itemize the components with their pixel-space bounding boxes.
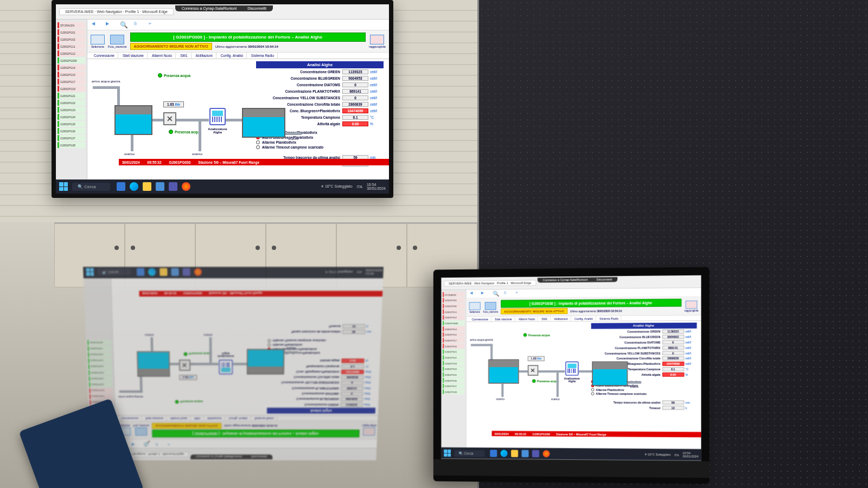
sidebar-item[interactable]: G2001PG28: [58, 142, 85, 148]
forward-icon[interactable]: ▶: [132, 441, 138, 447]
print-icon[interactable]: ⎙: [134, 21, 142, 29]
sidebar-item[interactable]: G2001PG28: [87, 340, 111, 345]
sidebar-item[interactable]: G2001PG27: [87, 346, 111, 351]
sidebar-item[interactable]: G2001PG23: [88, 370, 112, 375]
back-icon[interactable]: ◀: [92, 21, 99, 29]
browser-tab[interactable]: SERVERA-IMEE · Web Navigator · Profile 1…: [59, 8, 174, 15]
sidebar-item[interactable]: G2001PG21: [58, 93, 85, 99]
explorer-icon[interactable]: [159, 268, 167, 275]
tab[interactable]: SM1: [539, 316, 550, 321]
task-icon[interactable]: [137, 268, 144, 275]
tray-lang[interactable]: ITA: [357, 185, 362, 189]
tab[interactable]: Allarmi Nodo: [168, 416, 191, 421]
sidebar-item[interactable]: G2001PG030: [443, 320, 465, 325]
edge-icon[interactable]: [130, 182, 138, 191]
station-photo[interactable]: Foto_stazione: [108, 35, 127, 48]
sidebar-item[interactable]: G2001PG24: [58, 114, 85, 120]
tab[interactable]: Stati stazione: [119, 53, 148, 59]
tray-clock[interactable]: 10:5430/01/2024: [682, 452, 698, 458]
station-photo[interactable]: Foto_stazione: [133, 425, 149, 436]
station-photo[interactable]: Foto_stazione: [483, 301, 498, 313]
sidebar-item[interactable]: G2001PG23: [58, 107, 85, 113]
sidebar-item[interactable]: G2001PG25: [88, 358, 112, 363]
tab[interactable]: Allarmi Nodo: [149, 53, 176, 59]
tab[interactable]: Abilitazioni: [205, 416, 225, 421]
tab[interactable]: Config. Analisi: [572, 316, 596, 321]
tab[interactable]: Stati stazione: [143, 416, 167, 421]
task-icon[interactable]: [117, 182, 125, 191]
tab[interactable]: Sistema Radio: [248, 53, 278, 59]
tray-lang[interactable]: ITA: [357, 270, 362, 273]
sidebar-item[interactable]: G2001PG12: [443, 315, 465, 320]
sidebar-item[interactable]: G2001PG17: [443, 338, 465, 343]
tab[interactable]: Connessione: [469, 317, 492, 322]
sidebar-item[interactable]: G2001PG27: [443, 383, 465, 388]
sidebar-item[interactable]: G2001PG26: [443, 378, 465, 383]
cynap-disconnect[interactable]: Disconnetti: [247, 7, 266, 10]
station-select[interactable]: Selezione: [91, 35, 105, 48]
start-button[interactable]: [59, 182, 68, 191]
start-button[interactable]: [444, 450, 451, 457]
teams-icon[interactable]: [183, 268, 190, 275]
sidebar-item[interactable]: STORAGIN: [58, 22, 85, 28]
sidebar-item[interactable]: G2001PG030: [58, 57, 85, 63]
print-icon[interactable]: ⎙: [156, 441, 162, 447]
weather-widget[interactable]: ☀ 10°C Soleggiato: [644, 453, 671, 457]
sidebar-item[interactable]: G2001PG02: [443, 304, 465, 309]
app-icon[interactable]: [171, 268, 178, 275]
sidebar-item[interactable]: G2001PG22: [88, 376, 112, 381]
sidebar-item[interactable]: G2001PG14: [58, 65, 85, 70]
weather-widget[interactable]: ☀ 10°C Soleggiato: [321, 184, 353, 189]
back-icon[interactable]: ◀: [470, 291, 476, 297]
sidebar-item[interactable]: G2001PG11: [58, 43, 85, 49]
sidebar-item[interactable]: G2001PG27: [58, 135, 85, 141]
browser-tab[interactable]: SERVERA-IMEE · Web Navigator · Profile 1…: [444, 280, 536, 286]
tab[interactable]: Stati stazione: [492, 317, 515, 322]
app-icon[interactable]: [156, 182, 164, 191]
search-icon[interactable]: 🔍: [120, 21, 127, 29]
tab[interactable]: Connessione: [118, 416, 142, 421]
weather-widget[interactable]: ☀ 10°C Soleggiato: [325, 270, 353, 274]
edge-icon[interactable]: [501, 450, 508, 457]
tab[interactable]: SM1: [177, 53, 191, 59]
start-button[interactable]: [86, 268, 94, 275]
sidebar-item[interactable]: G2001PG22: [443, 355, 465, 360]
tab[interactable]: SM1: [192, 416, 203, 421]
tray-clock[interactable]: 10:5430/01/2024: [367, 183, 386, 190]
edge-icon[interactable]: [148, 268, 156, 275]
tab[interactable]: Sistema Radio: [252, 416, 277, 421]
sidebar-item[interactable]: G2001PG19: [89, 388, 113, 393]
explorer-icon[interactable]: [143, 182, 151, 191]
explorer-icon[interactable]: [511, 450, 518, 457]
teams-icon[interactable]: [532, 450, 539, 457]
tray-lang[interactable]: ITA: [674, 453, 679, 457]
forward-icon[interactable]: ▶: [106, 21, 113, 29]
tab[interactable]: Config. Analisi: [218, 53, 247, 59]
tab[interactable]: Sistema Radio: [597, 316, 622, 320]
sidebar-item[interactable]: G2001PG21: [443, 349, 465, 354]
cynap-disconnect[interactable]: Disconnetti: [251, 455, 267, 459]
sidebar-item[interactable]: G2001PG26: [58, 128, 85, 134]
sidebar-item[interactable]: G2001PG23: [443, 361, 465, 365]
tab[interactable]: Abilitazioni: [193, 53, 216, 59]
sidebar-item[interactable]: STORAGIN: [443, 292, 465, 297]
forward-icon[interactable]: ▶: [481, 291, 487, 297]
sidebar-item[interactable]: G2001PG24: [443, 367, 465, 371]
print-icon[interactable]: ⎙: [504, 291, 510, 297]
station-select[interactable]: Selezione: [469, 302, 481, 313]
tab[interactable]: Connessione: [91, 53, 118, 59]
navigate-icon[interactable]: ➣: [168, 441, 174, 447]
sidebar-item[interactable]: G2001PG02: [58, 36, 85, 42]
app-icon[interactable]: [521, 450, 528, 457]
task-icon[interactable]: [490, 450, 497, 457]
sidebar-item[interactable]: G2001PG19: [58, 86, 85, 92]
navigate-icon[interactable]: ➣: [148, 21, 156, 29]
tab[interactable]: Abilitazioni: [551, 316, 571, 321]
sidebar-item[interactable]: G2001PG11: [443, 309, 465, 314]
firefox-icon[interactable]: [182, 182, 190, 191]
teams-icon[interactable]: [169, 182, 177, 191]
sidebar-item[interactable]: G2001PG01: [443, 298, 465, 303]
taskbar-search[interactable]: 🔍 Cerca: [72, 183, 110, 191]
sidebar-item[interactable]: G2001PG25: [58, 121, 85, 127]
sidebar-item[interactable]: G2001PG14: [443, 326, 465, 331]
